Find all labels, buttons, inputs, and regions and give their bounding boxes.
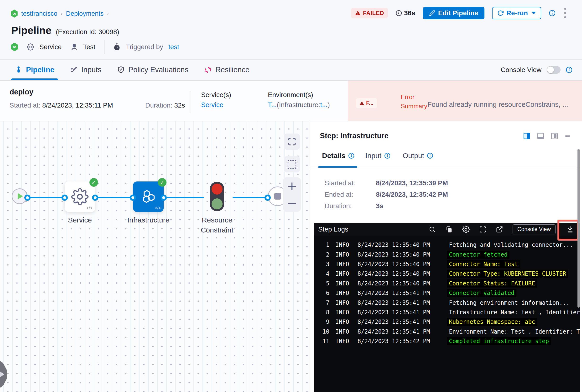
log-line: 4INFO8/24/2023 12:35:40 PMConnector Type… — [314, 269, 580, 278]
pipeline-canvas[interactable]: ✓ </> ✓ </> Service Infrastructure Resou… — [0, 121, 310, 392]
breadcrumb-project-link[interactable]: testfrancisco — [21, 10, 58, 18]
tab-pipeline[interactable]: Pipeline — [15, 60, 54, 80]
rerun-button[interactable]: Re-run — [492, 7, 541, 19]
log-line: 9INFO8/24/2023 12:35:41 PMKubernetes Nam… — [314, 317, 580, 327]
log-search-button[interactable] — [429, 226, 436, 233]
pipeline-icon — [15, 66, 23, 74]
log-settings-button[interactable] — [462, 226, 470, 233]
log-copy-button[interactable] — [445, 226, 452, 233]
canvas-select-button[interactable] — [284, 156, 300, 172]
page-header: ∞ testfrancisco › Deployments › FAILED 3… — [0, 0, 582, 60]
log-open-new-window-button[interactable] — [496, 226, 503, 233]
refresh-icon — [497, 10, 503, 16]
success-check-icon: ✓ — [158, 178, 167, 187]
tab-policy-evaluations[interactable]: Policy Evaluations — [117, 60, 188, 80]
resource-constraint-node[interactable] — [210, 182, 224, 211]
code-icon: </> — [155, 206, 161, 210]
log-fullscreen-button[interactable] — [479, 226, 486, 233]
infrastructure-step-node[interactable]: ✓ </> — [133, 182, 164, 212]
edit-pipeline-button[interactable]: Edit Pipeline — [423, 7, 484, 19]
expand-panel-handle[interactable] — [0, 360, 7, 389]
minimize-panel-button[interactable] — [565, 136, 570, 137]
panel-scrollbar[interactable] — [577, 149, 579, 308]
tab-output[interactable]: Output — [403, 152, 433, 160]
detail-field-duration: Duration: 3s — [325, 202, 352, 210]
tab-resilience[interactable]: Resilience — [204, 60, 250, 80]
divider — [104, 40, 105, 54]
node-label-infrastructure: Infrastructure — [122, 215, 175, 225]
info-icon[interactable] — [549, 10, 555, 16]
triggered-by-label: Triggered by — [126, 43, 163, 51]
zoom-in-button[interactable]: + — [287, 180, 297, 192]
node-port — [92, 194, 98, 201]
service-link[interactable]: Service — [201, 101, 223, 109]
breadcrumb-deployments-link[interactable]: Deployments — [66, 10, 104, 18]
console-view-toggle[interactable] — [547, 66, 560, 74]
log-lines[interactable]: 1INFO8/24/2023 12:35:40 PMFetching and v… — [314, 240, 580, 392]
info-icon — [384, 152, 390, 159]
execution-id: (Execution Id: 30098) — [56, 28, 119, 36]
log-line: 10INFO8/24/2023 12:35:41 PMEnvironment N… — [314, 327, 580, 336]
tab-details[interactable]: Details — [322, 152, 354, 160]
log-console-view-button[interactable]: Console View — [512, 224, 555, 234]
chevron-right-icon: › — [61, 10, 63, 17]
log-line: 2INFO8/24/2023 12:35:40 PMConnector fetc… — [314, 250, 580, 259]
pencil-icon — [429, 10, 435, 16]
panel-scrollbar-track — [580, 121, 582, 392]
environment-link[interactable]: T...(Infrastructure:t...) — [268, 101, 330, 109]
canvas-fullscreen-button[interactable] — [284, 134, 300, 150]
zoom-out-button[interactable]: − — [287, 197, 297, 209]
caret-down-icon — [532, 12, 536, 14]
info-icon[interactable] — [566, 66, 572, 73]
edge-connector — [167, 197, 204, 198]
stop-icon — [274, 193, 281, 200]
log-line: 1INFO8/24/2023 12:35:40 PMFetching and v… — [314, 240, 580, 250]
code-icon: </> — [86, 206, 93, 210]
error-summary-label: Error Summary — [401, 92, 432, 111]
more-options-menu[interactable] — [563, 7, 567, 19]
fullscreen-icon — [288, 137, 296, 146]
log-download-button[interactable] — [566, 225, 574, 234]
layout-floating-button[interactable] — [551, 133, 558, 139]
step-details-panel: Step: Infrastructure Details Input Outpu… — [310, 121, 582, 392]
harness-cd-logo-icon: ∞ — [11, 43, 18, 51]
services-label: Service(s) — [201, 91, 231, 99]
log-line: 5INFO8/24/2023 12:35:40 PMConnector Stat… — [314, 279, 580, 288]
divider — [191, 91, 191, 113]
stage-duration: Duration: 32s — [145, 102, 185, 109]
panel-layout-controls — [523, 133, 570, 139]
edge-connector — [233, 197, 265, 198]
status-badge: FAILED — [351, 8, 388, 18]
trigger-user-link[interactable]: test — [168, 43, 179, 51]
service-step-node[interactable]: ✓ </> — [65, 182, 95, 212]
step-logs-title: Step Logs — [318, 226, 419, 233]
trigger-user-name: Test — [83, 43, 95, 51]
layout-vertical-split-button[interactable] — [523, 133, 530, 139]
log-line: 7INFO8/24/2023 12:35:41 PMFetching envir… — [314, 298, 580, 307]
tab-inputs[interactable]: Inputs — [70, 60, 101, 80]
node-port — [62, 194, 68, 201]
detail-field-started: Started at: 8/24/2023, 12:35:39 PM — [325, 179, 355, 187]
stage-started-at: Started at: 8/24/2023, 12:35:11 PM — [10, 102, 113, 109]
log-line: 11INFO8/24/2023 12:35:42 PMCompleted inf… — [314, 336, 580, 346]
failure-chip: F... — [356, 98, 377, 108]
divider — [310, 168, 582, 168]
red-light — [212, 184, 223, 194]
page-title: Pipeline — [11, 24, 52, 36]
harness-cd-logo-icon: ∞ — [11, 10, 18, 18]
play-icon — [18, 193, 23, 199]
shield-check-icon — [117, 66, 125, 74]
step-detail-tabs: Details Input Output — [310, 152, 582, 168]
stage-summary-bar: deploy Started at: 8/24/2023, 12:35:11 P… — [0, 80, 582, 121]
chevron-right-icon: › — [107, 10, 109, 17]
service-name: Service — [39, 43, 62, 51]
layout-horizontal-split-button[interactable] — [537, 133, 544, 139]
hexagons-icon — [141, 189, 156, 204]
info-icon — [427, 152, 433, 159]
success-check-icon: ✓ — [90, 178, 98, 187]
log-line: 6INFO8/24/2023 12:35:41 PMConnector vali… — [314, 288, 580, 298]
node-label-resource-constraint: ResourceConstraint — [193, 215, 241, 235]
tab-input[interactable]: Input — [365, 152, 390, 160]
clock-icon — [395, 10, 402, 16]
edge-connector — [98, 197, 130, 198]
